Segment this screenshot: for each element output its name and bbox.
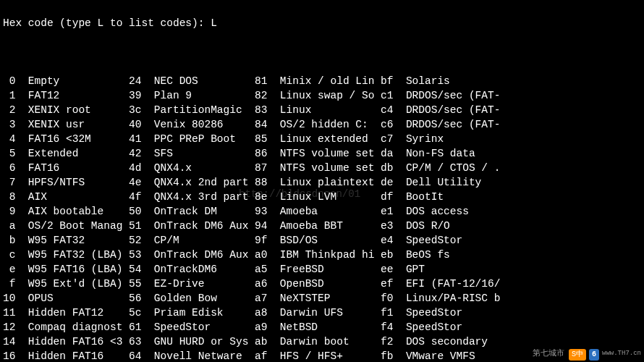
- prompt-line-top: Hex code (type L to list codes): L: [3, 16, 641, 30]
- terminal-output: Hex code (type L to list codes): L 0 Emp…: [0, 0, 644, 362]
- table-row: e W95 FAT16 (LBA) 54 OnTrackDM6 a5 FreeB…: [3, 262, 641, 277]
- table-row: 9 AIX bootable 50 OnTrack DM 93 Amoeba e…: [3, 204, 641, 219]
- table-row: f W95 Ext'd (LBA) 55 EZ-Drive a6 OpenBSD…: [3, 277, 641, 291]
- table-row: 4 FAT16 <32M 41 PPC PReP Boot 85 Linux e…: [3, 132, 641, 146]
- table-row: 1 FAT12 39 Plan 9 82 Linux swap / So c1 …: [3, 88, 641, 103]
- table-row: a OS/2 Boot Manag 51 OnTrack DM6 Aux 94 …: [3, 219, 641, 233]
- table-row: c W95 FAT32 (LBA) 53 OnTrack DM6 Aux a0 …: [3, 248, 641, 262]
- table-row: 7 HPFS/NTFS 4e QNX4.x 2nd part 88 Linux …: [3, 175, 641, 190]
- table-row: 2 XENIX root 3c PartitionMagic 83 Linux …: [3, 103, 641, 117]
- footer-site-url: www.TH7.cn: [602, 346, 641, 361]
- partition-code-table: 0 Empty 24 NEC DOS 81 Minix / old Lin bf…: [3, 74, 641, 362]
- table-row: 12 Compaq diagnost 61 SpeedStor a9 NetBS…: [3, 320, 641, 334]
- table-row: 0 Empty 24 NEC DOS 81 Minix / old Lin bf…: [3, 74, 641, 88]
- blank-line: [3, 45, 641, 59]
- footer-site-cn: 第七城市: [533, 346, 564, 361]
- table-row: 11 Hidden FAT12 5c Priam Edisk a8 Darwin…: [3, 306, 641, 320]
- footer-badge-1: S中: [569, 349, 586, 361]
- table-row: b W95 FAT32 52 CP/M 9f BSD/OS e4 SpeedSt…: [3, 233, 641, 248]
- table-row: 6 FAT16 4d QNX4.x 87 NTFS volume set db …: [3, 161, 641, 175]
- table-row: 5 Extended 42 SFS 86 NTFS volume set da …: [3, 146, 641, 161]
- table-row: 10 OPUS 56 Golden Bow a7 NeXTSTEP f0 Lin…: [3, 291, 641, 306]
- table-row: 3 XENIX usr 40 Venix 80286 84 OS/2 hidde…: [3, 117, 641, 132]
- table-row: 8 AIX 4f QNX4.x 3rd part 8e Linux LVM df…: [3, 190, 641, 204]
- footer-branding: 第七城市 S中 6 www.TH7.cn: [533, 346, 643, 361]
- footer-badge-2: 6: [589, 349, 599, 361]
